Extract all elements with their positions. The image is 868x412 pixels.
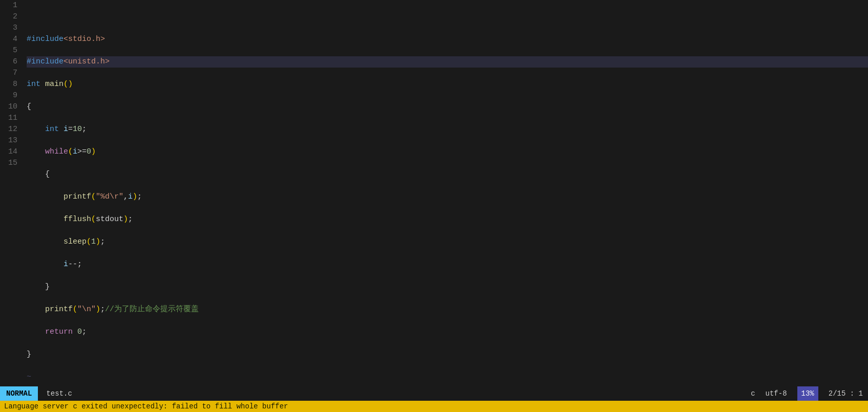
code-line[interactable]: } <box>27 281 868 293</box>
code-content[interactable]: #include<stdio.h> #include<unistd.h> int… <box>22 0 868 386</box>
code-line[interactable]: while(i>=0) <box>27 146 868 158</box>
code-line[interactable]: { <box>27 169 868 180</box>
mode-badge: NORMAL <box>0 386 38 401</box>
line-number: 10 <box>0 101 17 113</box>
line-number: 12 <box>0 124 17 135</box>
line-number: 15 <box>0 158 17 169</box>
line-number: 5 <box>0 45 17 56</box>
encoding-label: utf-8 <box>766 389 787 398</box>
line-number: 1 <box>0 0 17 11</box>
code-container[interactable]: 123456789101112131415 #include<stdio.h> … <box>0 0 868 386</box>
code-line[interactable]: printf("\n");//为了防止命令提示符覆盖 <box>27 304 868 315</box>
filename-label: test.c <box>38 389 80 398</box>
line-number: 8 <box>0 79 17 90</box>
filetype-label: c <box>751 389 755 398</box>
line-number: 6 <box>0 56 17 68</box>
line-numbers: 123456789101112131415 <box>0 0 22 386</box>
code-line[interactable]: } <box>27 349 868 360</box>
status-right: c utf-8 13% 2/15 : 1 <box>751 386 868 401</box>
code-line[interactable]: sleep(1); <box>27 236 868 248</box>
code-line[interactable]: #include<stdio.h> <box>27 34 868 45</box>
error-bar: Language server c exited unexpectedly: f… <box>0 401 868 412</box>
editor-area: 123456789101112131415 #include<stdio.h> … <box>0 0 868 386</box>
code-line[interactable]: { <box>27 101 868 113</box>
line-number: 3 <box>0 23 17 34</box>
tilde-line: ~ <box>27 372 868 383</box>
status-bar: NORMAL test.c c utf-8 13% 2/15 : 1 <box>0 386 868 401</box>
code-line[interactable]: fflush(stdout); <box>27 214 868 225</box>
code-line[interactable]: return 0; <box>27 327 868 338</box>
cursor-pos-label: 2/15 : 1 <box>829 389 863 398</box>
line-number: 2 <box>0 11 17 23</box>
scroll-pct-label: 13% <box>797 386 818 401</box>
code-line[interactable]: int main() <box>27 79 868 90</box>
code-line[interactable]: int i=10; <box>27 124 868 135</box>
error-message: Language server c exited unexpectedly: f… <box>4 402 288 410</box>
code-line[interactable]: i--; <box>27 259 868 270</box>
line-number: 14 <box>0 146 17 158</box>
line-number: 11 <box>0 113 17 124</box>
line-number: 13 <box>0 135 17 146</box>
line-number: 7 <box>0 68 17 79</box>
code-line[interactable]: printf("%d\r",i); <box>27 191 868 203</box>
line-number: 9 <box>0 90 17 101</box>
code-line[interactable]: #include<unistd.h> <box>27 56 868 68</box>
line-number: 4 <box>0 34 17 45</box>
